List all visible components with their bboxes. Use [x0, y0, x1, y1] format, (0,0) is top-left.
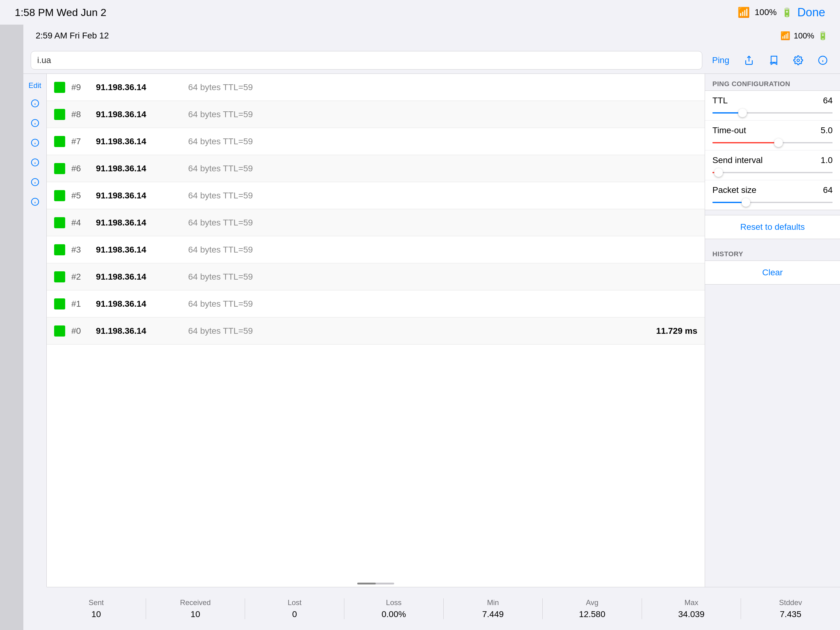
outer-battery: 100%: [755, 7, 777, 17]
history-section: HISTORY Clear: [705, 244, 840, 285]
sidebar-info-3[interactable]: [27, 134, 44, 151]
ping-row-ip: 91.198.36.14: [96, 299, 182, 309]
ttl-value: 64: [823, 96, 833, 106]
ping-row-detail: 64 bytes TTL=59: [188, 299, 253, 309]
inner-status-bar: 2:59 AM Fri Feb 12 📶 100% 🔋: [24, 25, 840, 47]
ping-row-ip: 91.198.36.14: [96, 136, 182, 146]
ping-row-number: #2: [71, 272, 90, 282]
timeout-fill: [712, 142, 778, 143]
stat-label: Received: [180, 598, 211, 607]
svg-point-1: [797, 59, 799, 62]
settings-button[interactable]: [788, 51, 808, 70]
sidebar-info-6[interactable]: [27, 193, 44, 211]
ttl-header: TTL 64: [712, 96, 833, 106]
stat-value: 10: [91, 609, 101, 619]
packet-slider[interactable]: [712, 198, 833, 207]
stat-col: Loss 0.00%: [344, 598, 444, 619]
ping-row-number: #8: [71, 109, 90, 119]
ttl-slider[interactable]: [712, 108, 833, 118]
stat-label: Avg: [586, 598, 598, 607]
ping-row: #1 91.198.36.14 64 bytes TTL=59: [47, 290, 705, 317]
stat-col: Min 7.449: [444, 598, 543, 619]
ping-list: #9 91.198.36.14 64 bytes TTL=59 #8 91.19…: [47, 74, 705, 587]
timeout-track: [712, 142, 833, 143]
stat-value: 7.449: [482, 609, 504, 619]
interval-header: Send interval 1.0: [712, 155, 833, 165]
packet-row: Packet size 64: [705, 180, 840, 210]
ping-status-indicator: [54, 298, 65, 309]
ttl-label: TTL: [712, 96, 728, 106]
edit-label[interactable]: Edit: [28, 79, 41, 92]
ping-row: #2 91.198.36.14 64 bytes TTL=59: [47, 263, 705, 290]
url-text: i.ua: [37, 55, 51, 65]
ping-status-indicator: [54, 136, 65, 147]
ping-tab[interactable]: Ping: [707, 55, 734, 65]
outer-time: 1:58 PM Wed Jun 2: [15, 6, 106, 19]
ping-row-detail: 64 bytes TTL=59: [188, 82, 253, 92]
interval-thumb[interactable]: [714, 168, 723, 177]
ping-row-number: #6: [71, 164, 90, 174]
stat-value: 12.580: [579, 609, 605, 619]
done-button[interactable]: Done: [797, 6, 825, 19]
info-button[interactable]: [813, 51, 833, 70]
timeout-value: 5.0: [821, 125, 833, 135]
ping-row-detail: 64 bytes TTL=59: [188, 191, 253, 201]
interval-slider[interactable]: [712, 168, 833, 177]
share-button[interactable]: [739, 51, 759, 70]
sidebar-info-2[interactable]: [27, 114, 44, 131]
ttl-row: TTL 64: [705, 91, 840, 120]
reset-defaults-button[interactable]: Reset to defaults: [705, 215, 840, 239]
stat-label: Max: [684, 598, 698, 607]
ping-row: #0 91.198.36.14 64 bytes TTL=59 11.729 m…: [47, 317, 705, 345]
timeout-thumb[interactable]: [774, 138, 783, 147]
ping-row-ms: 11.729 ms: [656, 326, 697, 336]
timeout-slider[interactable]: [712, 138, 833, 148]
sidebar-info-5[interactable]: [27, 174, 44, 191]
ping-row: #6 91.198.36.14 64 bytes TTL=59: [47, 155, 705, 182]
ping-row-number: #5: [71, 191, 90, 201]
stat-label: Lost: [287, 598, 301, 607]
stat-value: 34.039: [678, 609, 705, 619]
clear-button[interactable]: Clear: [705, 261, 840, 285]
bookmarks-button[interactable]: [764, 51, 783, 70]
timeout-label: Time-out: [712, 125, 746, 135]
ping-row-detail: 64 bytes TTL=59: [188, 272, 253, 282]
ping-row-number: #0: [71, 326, 90, 336]
ping-row-detail: 64 bytes TTL=59: [188, 136, 253, 146]
timeout-header: Time-out 5.0: [712, 125, 833, 135]
ping-row: #4 91.198.36.14 64 bytes TTL=59: [47, 209, 705, 236]
url-field[interactable]: i.ua: [31, 51, 702, 70]
ping-row-detail: 64 bytes TTL=59: [188, 218, 253, 228]
ping-row: #5 91.198.36.14 64 bytes TTL=59: [47, 182, 705, 209]
ttl-thumb[interactable]: [738, 109, 747, 117]
ping-row-ip: 91.198.36.14: [96, 164, 182, 174]
stat-label: Loss: [386, 598, 401, 607]
sidebar-info-1[interactable]: [27, 95, 44, 112]
ping-row-ip: 91.198.36.14: [96, 82, 182, 92]
packet-header: Packet size 64: [712, 185, 833, 195]
stat-label: Sent: [88, 598, 104, 607]
config-card: TTL 64 Time-out 5.0: [705, 90, 840, 210]
ping-status-indicator: [54, 244, 65, 255]
ping-config-header: PING CONFIGURATION: [705, 74, 840, 90]
ping-row: #8 91.198.36.14 64 bytes TTL=59: [47, 101, 705, 128]
packet-track: [712, 202, 833, 203]
ping-row-number: #7: [71, 136, 90, 146]
scroll-track: [357, 583, 394, 584]
packet-thumb[interactable]: [742, 198, 750, 207]
scroll-thumb: [357, 583, 376, 584]
stat-label: Min: [487, 598, 499, 607]
inner-battery-pct: 100%: [794, 31, 815, 41]
stat-col: Avg 12.580: [543, 598, 642, 619]
main-content: Edit: [24, 74, 840, 587]
ping-status-indicator: [54, 163, 65, 174]
interval-track: [712, 172, 833, 173]
sidebar-info-4[interactable]: [27, 154, 44, 171]
outer-left-bg: [0, 25, 24, 630]
ping-row: #3 91.198.36.14 64 bytes TTL=59: [47, 236, 705, 263]
ping-row-number: #1: [71, 299, 90, 309]
timeout-row: Time-out 5.0: [705, 120, 840, 150]
inner-wifi-icon: 📶: [780, 31, 790, 41]
ping-row-number: #3: [71, 245, 90, 255]
ping-status-indicator: [54, 82, 65, 93]
